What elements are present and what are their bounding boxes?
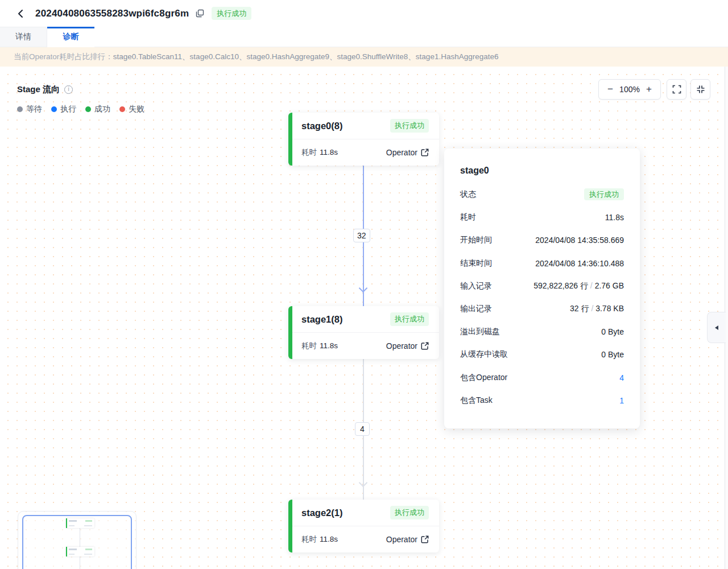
legend-dot xyxy=(85,106,91,112)
header: 20240408063558283wpi6fc8gr6m 执行成功 xyxy=(0,0,728,27)
tab-details[interactable]: 详情 xyxy=(0,27,47,47)
tooltip-row-label: 溢出到磁盘 xyxy=(460,327,500,337)
tooltip-row-value: 11.8s xyxy=(605,213,624,222)
operator-link[interactable]: Operator xyxy=(386,535,429,544)
minimap[interactable] xyxy=(18,511,136,569)
node-title: stage1(8) xyxy=(301,314,342,325)
external-link-icon xyxy=(421,535,429,543)
tooltip-row: 从缓存中读取0 Byte xyxy=(460,343,624,366)
tooltip-row: 耗时11.8s xyxy=(460,206,624,229)
info-icon[interactable]: i xyxy=(64,85,73,94)
notice-items: stage0.TableScan11、stage0.Calc10、stage0.… xyxy=(113,52,499,62)
tooltip-row-value[interactable]: 4 xyxy=(619,373,624,382)
tooltip-row-value: 32 行 / 3.78 KB xyxy=(570,304,624,314)
edge-arrow-icon xyxy=(359,284,368,293)
tooltip-row-label: 输出记录 xyxy=(460,304,492,314)
node-status-badge: 执行成功 xyxy=(390,312,429,326)
legend-dot xyxy=(119,106,125,112)
legend-item-fail: 失败 xyxy=(119,104,144,114)
back-button[interactable] xyxy=(14,7,26,20)
canvas-title: Stage 流向 xyxy=(17,84,60,95)
tooltip-row-value: 2024/04/08 14:36:10.488 xyxy=(535,259,624,268)
operator-ranking-notice: 当前Operator耗时占比排行： stage0.TableScan11、sta… xyxy=(0,47,728,67)
stage-node-stage0[interactable]: stage0(8) 执行成功 耗时11.8s Operator xyxy=(288,113,439,166)
tooltip-row-value: 592,822,826 行 / 2.76 GB xyxy=(533,281,624,291)
app-window: 20240408063558283wpi6fc8gr6m 执行成功 详情 诊断 … xyxy=(0,0,728,569)
tooltip-row: 输入记录592,822,826 行 / 2.76 GB xyxy=(460,275,624,298)
tooltip-row-value: 0 Byte xyxy=(601,350,624,359)
operator-link[interactable]: Operator xyxy=(386,341,429,351)
node-status-badge: 执行成功 xyxy=(390,119,429,133)
tooltip-row: 包含Task1 xyxy=(460,389,624,412)
drawer-toggle-handle[interactable] xyxy=(707,312,726,343)
external-link-icon xyxy=(421,149,429,156)
minimap-edge xyxy=(80,528,80,547)
node-duration: 耗时11.8s xyxy=(301,341,338,351)
edge-label: 4 xyxy=(355,422,370,436)
legend-dot xyxy=(51,106,57,112)
zoom-out-button[interactable]: − xyxy=(605,84,616,95)
tooltip-row-value: 0 Byte xyxy=(601,327,624,336)
minimap-node xyxy=(66,547,94,556)
tooltip-row: 结束时间2024/04/08 14:36:10.488 xyxy=(460,252,624,275)
tooltip-row-label: 从缓存中读取 xyxy=(460,349,508,360)
zoom-in-button[interactable]: + xyxy=(643,84,655,95)
status-bar xyxy=(288,500,292,552)
stage0-detail-popover: stage0 状态执行成功耗时11.8s开始时间2024/04/08 14:35… xyxy=(444,149,640,428)
tooltip-row-label: 包含Task xyxy=(460,395,493,406)
legend-item-running: 执行 xyxy=(51,104,76,114)
tooltip-row-label: 结束时间 xyxy=(460,258,492,269)
tooltip-row: 状态执行成功 xyxy=(460,183,624,206)
legend-label: 成功 xyxy=(94,104,110,114)
fit-view-button[interactable] xyxy=(690,79,710,100)
tab-diagnosis[interactable]: 诊断 xyxy=(47,27,94,47)
legend-item-wait: 等待 xyxy=(17,104,42,114)
notice-prefix: 当前Operator耗时占比排行： xyxy=(14,52,113,62)
copy-icon[interactable] xyxy=(195,9,205,19)
legend-label: 等待 xyxy=(26,104,42,114)
node-duration: 耗时11.8s xyxy=(301,147,338,158)
tooltip-row-label: 包含Operator xyxy=(460,373,507,383)
node-duration: 耗时11.8s xyxy=(301,534,338,545)
tooltip-row-label: 开始时间 xyxy=(460,235,492,245)
tooltip-row: 包含Operator4 xyxy=(460,366,624,389)
page-title: 20240408063558283wpi6fc8gr6m xyxy=(35,8,189,19)
minimap-node xyxy=(66,518,94,528)
tooltip-row-value[interactable]: 1 xyxy=(619,396,624,405)
tooltip-row-label: 状态 xyxy=(460,189,476,200)
edge-label: 32 xyxy=(353,229,370,242)
tooltip-row-label: 输入记录 xyxy=(460,281,492,291)
popover-title: stage0 xyxy=(460,166,624,176)
canvas-title-row: Stage 流向 i xyxy=(17,84,73,95)
status-badge: 执行成功 xyxy=(212,7,251,20)
legend-dot xyxy=(17,106,23,112)
edge-arrow-icon xyxy=(359,479,368,488)
node-title: stage2(1) xyxy=(301,508,342,518)
zoom-control: − 100% + xyxy=(598,79,661,100)
node-status-badge: 执行成功 xyxy=(390,506,429,519)
stage-node-stage1[interactable]: stage1(8) 执行成功 耗时11.8s Operator xyxy=(288,306,439,359)
tooltip-row-value: 执行成功 xyxy=(584,189,624,200)
legend-label: 执行 xyxy=(60,104,76,114)
tooltip-row-label: 耗时 xyxy=(460,212,476,222)
status-bar xyxy=(288,306,292,359)
tab-bar: 详情 诊断 xyxy=(0,27,728,47)
status-badge: 执行成功 xyxy=(584,188,624,200)
node-title: stage0(8) xyxy=(301,121,342,131)
fullscreen-button[interactable] xyxy=(667,79,686,100)
minimap-edge xyxy=(80,556,80,569)
status-legend: 等待 执行 成功 失败 xyxy=(17,104,144,114)
fullscreen-icon xyxy=(672,85,681,94)
tooltip-row-value: 2024/04/08 14:35:58.669 xyxy=(535,236,624,245)
operator-link[interactable]: Operator xyxy=(386,148,429,157)
status-bar xyxy=(288,113,292,166)
zoom-level: 100% xyxy=(619,85,640,94)
triangle-left-icon xyxy=(715,325,718,330)
legend-label: 失败 xyxy=(129,104,144,114)
tooltip-row: 溢出到磁盘0 Byte xyxy=(460,320,624,343)
chevron-left-icon xyxy=(17,9,23,18)
popover-rows: 状态执行成功耗时11.8s开始时间2024/04/08 14:35:58.669… xyxy=(460,183,624,412)
stage-node-stage2[interactable]: stage2(1) 执行成功 耗时11.8s Operator xyxy=(288,500,439,552)
tooltip-row: 输出记录32 行 / 3.78 KB xyxy=(460,298,624,320)
tooltip-row: 开始时间2024/04/08 14:35:58.669 xyxy=(460,229,624,251)
